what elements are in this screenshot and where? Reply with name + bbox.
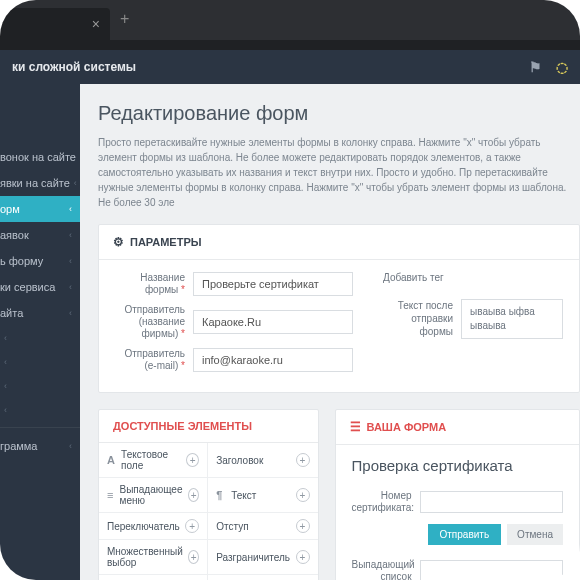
element-item[interactable]: AТекстовое поле+ <box>99 443 208 478</box>
sidebar-item[interactable]: айта‹ <box>0 300 80 326</box>
add-icon[interactable]: + <box>296 488 310 502</box>
cancel-button[interactable]: Отмена <box>507 524 563 545</box>
chevron-left-icon: ‹ <box>69 204 72 214</box>
sidebar-item[interactable]: ‹ <box>0 374 80 398</box>
browser-tab-strip: × + <box>0 0 580 40</box>
chevron-left-icon: ‹ <box>69 256 72 266</box>
app-topbar: ки сложной системы ⚑ ◌ <box>0 50 580 84</box>
chevron-left-icon: ‹ <box>69 282 72 292</box>
add-icon[interactable]: + <box>186 453 199 467</box>
flag-icon[interactable]: ⚑ <box>529 59 542 75</box>
main-content: Редактирование форм Просто перетаскивайт… <box>80 84 580 580</box>
elements-panel: ДОСТУПНЫЕ ЭЛЕМЕНТЫ AТекстовое поле+ Заго… <box>98 409 319 580</box>
list-icon: ☰ <box>350 420 361 434</box>
page-description: Просто перетаскивайте нужные элементы фо… <box>98 135 580 210</box>
field-label: Выпадающий список <box>352 559 420 580</box>
dropdown-input[interactable] <box>420 560 563 580</box>
chevron-left-icon: ‹ <box>74 178 77 188</box>
panel-header: ДОСТУПНЫЕ ЭЛЕМЕНТЫ <box>99 410 318 443</box>
field-label: Отправитель (название фирмы) * <box>115 304 193 340</box>
form-title: Проверка сертификата <box>352 457 563 474</box>
element-item[interactable]: Отступ+ <box>208 513 317 540</box>
element-item[interactable]: Разграничитель+ <box>208 540 317 575</box>
add-icon[interactable]: + <box>188 488 199 502</box>
add-icon[interactable]: + <box>296 453 310 467</box>
topbar-actions: ⚑ ◌ <box>529 59 568 75</box>
sidebar-item[interactable]: ь форму‹ <box>0 248 80 274</box>
sender-name-input[interactable] <box>193 310 353 334</box>
add-icon[interactable]: + <box>296 519 310 533</box>
sidebar-item[interactable]: ‹ <box>0 326 80 350</box>
after-send-text: ываыва ыфва ываыва <box>461 299 563 339</box>
element-item[interactable]: Заголовок+ <box>208 443 317 478</box>
element-item[interactable]: Кнопка+ <box>99 575 208 580</box>
your-form-panel: ☰ ВАША ФОРМА Проверка сертификата Номер … <box>335 409 580 580</box>
page-title: ки сложной системы <box>12 60 136 74</box>
add-icon[interactable]: + <box>188 550 199 564</box>
chevron-left-icon: ‹ <box>4 357 7 367</box>
after-send-label: Текст после отправки формы <box>383 299 453 339</box>
sidebar-item[interactable]: явки на сайте‹ <box>0 170 80 196</box>
element-item[interactable]: ¶Текст+ <box>208 478 317 513</box>
chevron-left-icon: ‹ <box>4 405 7 415</box>
panel-header: ☰ ВАША ФОРМА <box>336 410 579 445</box>
params-panel: ⚙ ПАРАМЕТРЫ Название формы * Отправитель… <box>98 224 580 393</box>
page-heading: Редактирование форм <box>98 102 580 125</box>
chevron-left-icon: ‹ <box>4 381 7 391</box>
bulb-icon[interactable]: ◌ <box>556 59 568 75</box>
element-item[interactable]: ≡Выпадающее меню+ <box>99 478 208 513</box>
add-tag-label: Добавить тег <box>383 272 563 283</box>
chevron-left-icon: ‹ <box>69 441 72 451</box>
menu-icon: ≡ <box>107 489 115 501</box>
sidebar-item[interactable]: ки сервиса‹ <box>0 274 80 300</box>
element-item[interactable]: Множественный выбор+ <box>99 540 208 575</box>
gear-icon: ⚙ <box>113 235 124 249</box>
cert-number-input[interactable] <box>420 491 563 513</box>
field-label: Отправитель (e-mail) * <box>115 348 193 372</box>
sidebar-item[interactable]: ‹ <box>0 398 80 422</box>
paragraph-icon: ¶ <box>216 489 226 501</box>
sidebar-item[interactable]: грамма‹ <box>0 433 80 459</box>
browser-url-bar <box>0 40 580 50</box>
chevron-left-icon: ‹ <box>69 308 72 318</box>
sidebar-item[interactable]: вонок на сайте‹ <box>0 144 80 170</box>
form-name-input[interactable] <box>193 272 353 296</box>
element-item[interactable]: Переключатель+ <box>99 513 208 540</box>
sender-email-input[interactable] <box>193 348 353 372</box>
sidebar-item-active[interactable]: орм‹ <box>0 196 80 222</box>
browser-tab[interactable]: × <box>0 8 110 40</box>
sidebar-item[interactable]: аявок‹ <box>0 222 80 248</box>
text-icon: A <box>107 454 116 466</box>
chevron-left-icon: ‹ <box>69 230 72 240</box>
panel-header: ⚙ ПАРАМЕТРЫ <box>99 225 579 260</box>
close-icon[interactable]: × <box>92 16 100 32</box>
new-tab-icon[interactable]: + <box>120 10 129 30</box>
sidebar-item[interactable]: ‹ <box>0 350 80 374</box>
chevron-left-icon: ‹ <box>4 333 7 343</box>
field-label: Название формы * <box>115 272 193 296</box>
add-icon[interactable]: + <box>296 550 310 564</box>
add-icon[interactable]: + <box>185 519 199 533</box>
sidebar: вонок на сайте‹ явки на сайте‹ орм‹ аяво… <box>0 84 80 580</box>
field-label: Номер сертификата: <box>352 490 420 514</box>
submit-button[interactable]: Отправить <box>428 524 502 545</box>
